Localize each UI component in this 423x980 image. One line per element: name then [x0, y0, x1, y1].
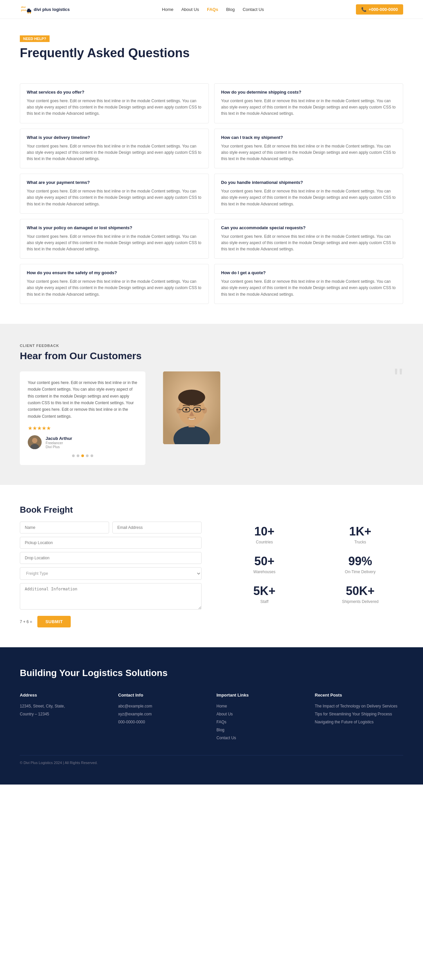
- faq-answer-2: Your content goes here. Edit or remove t…: [27, 143, 202, 162]
- faq-item-1: How do you determine shipping costs?Your…: [214, 83, 403, 123]
- faq-question-0: What services do you offer?: [27, 90, 202, 95]
- dot-1[interactable]: [72, 455, 75, 457]
- logo[interactable]: divi plus divi plus logistics: [20, 3, 70, 15]
- footer-phone[interactable]: 000-0000-0000: [118, 718, 207, 726]
- stat-label-1: Trucks: [317, 540, 403, 544]
- faq-grid: What services do you offer?Your content …: [0, 83, 423, 324]
- submit-button[interactable]: SUBMIT: [37, 616, 71, 627]
- faq-answer-9: Your content goes here. Edit or remove t…: [221, 278, 396, 298]
- drop-input[interactable]: [20, 552, 201, 564]
- stat-number-4: 5K+: [222, 584, 307, 598]
- faq-question-6: What is your policy on damaged or lost s…: [27, 225, 202, 230]
- stat-item-0: 10+Countries: [222, 525, 307, 544]
- footer-address-title: Address: [20, 693, 108, 698]
- svg-text:divi: divi: [21, 6, 26, 9]
- svg-point-6: [29, 12, 31, 14]
- footer-link-home[interactable]: Home: [217, 702, 305, 710]
- pickup-input[interactable]: [20, 537, 201, 549]
- name-input[interactable]: [20, 522, 109, 533]
- footer-bottom: © Divi Plus Logistics 2024 | All Rights …: [20, 755, 403, 765]
- additional-textarea[interactable]: [20, 583, 201, 609]
- reviewer-name: Jacub Arthur: [46, 436, 72, 441]
- freight-select[interactable]: Freight Type Air Freight Sea Freight Roa…: [20, 567, 201, 580]
- faq-answer-7: Your content goes here. Edit or remove t…: [221, 234, 396, 253]
- stat-label-3: On-Time Delivery: [317, 570, 403, 574]
- nav-faqs[interactable]: FAQs: [207, 7, 218, 12]
- reviewer-avatar: [28, 435, 42, 449]
- footer-link-faqs[interactable]: FAQs: [217, 718, 305, 726]
- footer-post-3[interactable]: Navigating the Future of Logistics: [315, 718, 404, 726]
- footer-address: Address 12345, Street, City, State, Coun…: [20, 693, 108, 742]
- footer-link-about[interactable]: About Us: [217, 710, 305, 718]
- svg-rect-4: [27, 9, 30, 10]
- reviewer-role: Freelancer: [46, 441, 72, 445]
- footer: Building Your Logistics Solutions Addres…: [0, 647, 423, 784]
- footer-link-contact[interactable]: Contact Us: [217, 734, 305, 742]
- nav-contact[interactable]: Contact Us: [242, 7, 264, 12]
- svg-point-16: [180, 390, 204, 402]
- footer-post-1[interactable]: The Impact of Technology on Delivery Ser…: [315, 702, 404, 710]
- testimonial-heading: Hear from Our Customers: [20, 350, 403, 361]
- footer-address-line1: 12345, Street, City, State,: [20, 702, 108, 710]
- faq-item-7: Can you accommodate special requests?You…: [214, 219, 403, 259]
- footer-link-blog[interactable]: Blog: [217, 726, 305, 734]
- footer-posts-title: Recent Posts: [315, 693, 404, 698]
- nav-links: Home About Us FAQs Blog Contact Us: [162, 7, 264, 12]
- faq-question-3: How can I track my shipment?: [221, 135, 396, 140]
- stat-item-5: 50K+Shipments Delivered: [317, 584, 403, 604]
- dot-5[interactable]: [90, 455, 93, 457]
- faq-answer-3: Your content goes here. Edit or remove t…: [221, 143, 396, 162]
- testimonial-section: CLIENT FEEDBACK Hear from Our Customers …: [0, 324, 423, 485]
- dot-4[interactable]: [86, 455, 89, 457]
- footer-email2[interactable]: xyz@example.com: [118, 710, 207, 718]
- footer-post-2[interactable]: Tips for Streamlining Your Shipping Proc…: [315, 710, 404, 718]
- copyright: © Divi Plus Logistics 2024 | All Rights …: [20, 761, 98, 765]
- faq-item-5: Do you handle international shipments?Yo…: [214, 173, 403, 214]
- phone-number: +000-000-0000: [369, 7, 398, 12]
- nav-about[interactable]: About Us: [181, 7, 199, 12]
- quote-icon: ": [394, 365, 403, 391]
- svg-point-17: [176, 407, 181, 414]
- faq-answer-1: Your content goes here. Edit or remove t…: [221, 98, 396, 117]
- need-help-badge: NEED HELP?: [20, 35, 49, 42]
- faq-answer-8: Your content goes here. Edit or remove t…: [27, 278, 202, 298]
- stats-area: 10+Countries1K+Trucks50+Warehouses99%On-…: [222, 505, 403, 604]
- faq-answer-5: Your content goes here. Edit or remove t…: [221, 188, 396, 207]
- testimonial-dots: [28, 455, 138, 457]
- faq-answer-6: Your content goes here. Edit or remove t…: [27, 234, 202, 253]
- svg-point-8: [32, 438, 37, 443]
- footer-address-line2: Country – 12345: [20, 710, 108, 718]
- footer-contact-title: Contact Info: [118, 693, 207, 698]
- nav-blog[interactable]: Blog: [226, 7, 234, 12]
- svg-point-24: [185, 409, 187, 410]
- svg-point-5: [27, 12, 29, 14]
- stat-label-2: Warehouses: [222, 570, 307, 574]
- dot-2[interactable]: [77, 455, 79, 457]
- faq-item-3: How can I track my shipment?Your content…: [214, 129, 403, 169]
- phone-button[interactable]: 📞 +000-000-0000: [356, 4, 403, 14]
- stat-number-5: 50K+: [317, 584, 403, 598]
- navigation: divi plus divi plus logistics Home About…: [0, 0, 423, 19]
- footer-contact: Contact Info abc@example.com xyz@example…: [118, 693, 207, 742]
- dot-3[interactable]: [81, 455, 84, 457]
- faq-item-6: What is your policy on damaged or lost s…: [20, 219, 209, 259]
- footer-heading: Building Your Logistics Solutions: [20, 667, 403, 679]
- footer-email1[interactable]: abc@example.com: [118, 702, 207, 710]
- testimonial-image: [155, 371, 228, 445]
- faq-hero: NEED HELP? Frequently Asked Questions: [0, 19, 423, 83]
- faq-question-2: What is your delivery timeline?: [27, 135, 202, 140]
- faq-question-5: Do you handle international shipments?: [221, 180, 396, 185]
- footer-cols: Address 12345, Street, City, State, Coun…: [20, 693, 403, 742]
- form-bottom: 7 + 6 = SUBMIT: [20, 616, 201, 627]
- stat-item-4: 5K+Staff: [222, 584, 307, 604]
- stat-number-3: 99%: [317, 554, 403, 568]
- nav-home[interactable]: Home: [162, 7, 174, 12]
- email-input[interactable]: [112, 522, 201, 533]
- faq-item-4: What are your payment terms?Your content…: [20, 173, 209, 214]
- stat-label-5: Shipments Delivered: [317, 599, 403, 604]
- footer-links: Important Links Home About Us FAQs Blog …: [217, 693, 305, 742]
- stat-number-2: 50+: [222, 554, 307, 568]
- reviewer-company: Divi Plus: [46, 445, 72, 449]
- faq-item-2: What is your delivery timeline?Your cont…: [20, 129, 209, 169]
- book-heading: Book Freight: [20, 505, 201, 515]
